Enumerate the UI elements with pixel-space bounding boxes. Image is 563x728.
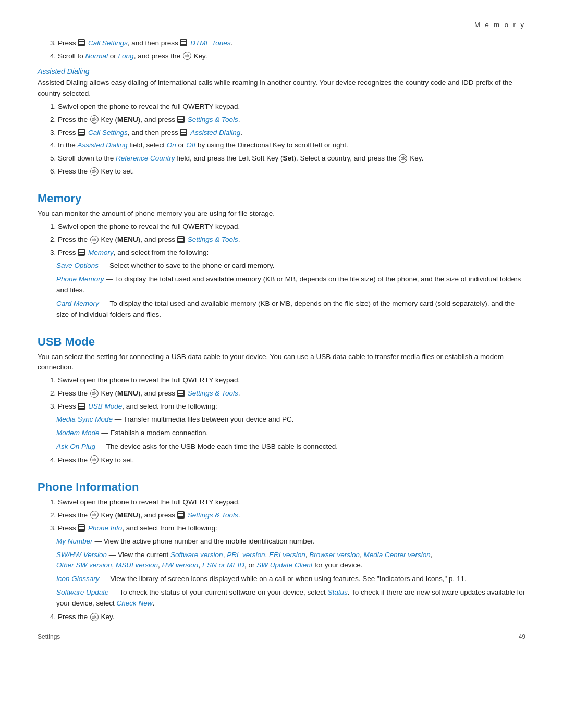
mem-sub-phone: Phone Memory — To display the total used…	[56, 274, 525, 296]
ok-key-ad-2: ok	[90, 115, 99, 124]
intro-item-4: Scroll to Normal or Long, and press the …	[50, 51, 525, 62]
link-eri-version: ERI version	[269, 551, 305, 559]
phone-information-section: Phone Information Swivel open the phone …	[38, 480, 525, 623]
pi-sub-mynumber: My Number — View the active phone number…	[56, 536, 525, 547]
memory-heading: Memory	[38, 192, 525, 205]
ad-step-1: Swivel open the phone to reveal the full…	[50, 102, 525, 113]
pi-step-4: Press the ok Key.	[50, 612, 525, 623]
link-settings-tools-usb: Settings & Tools	[188, 389, 238, 397]
ok-key-mem-2: ok	[90, 236, 99, 244]
link-settings-tools-mem: Settings & Tools	[188, 236, 238, 243]
link-phone-memory: Phone Memory	[56, 275, 104, 283]
assisted-dialing-heading: Assisted Dialing	[38, 67, 525, 76]
mem-step-3: Press Memory, and select from the follow…	[50, 248, 525, 258]
intro-section: Press Call Settings, and then press DTMF…	[38, 38, 525, 62]
menu-icon-ad-3	[78, 129, 85, 136]
ad-step-4: In the Assisted Dialing field, select On…	[50, 140, 525, 151]
link-on: On	[167, 141, 176, 149]
menu-icon-pi-2	[177, 511, 185, 519]
usb-step-2: Press the ok Key (MENU), and press Setti…	[50, 388, 525, 399]
assisted-dialing-body: Assisted Dialing allows easy dialing of …	[38, 78, 525, 100]
pi-step-1: Swivel open the phone to reveal the full…	[50, 497, 525, 508]
pi-sub-icon-glossary: Icon Glossary — View the library of scre…	[56, 574, 525, 585]
ok-key-ad-6: ok	[90, 167, 99, 176]
menu-label-usb-2: MENU	[117, 389, 138, 397]
link-check-new: Check New	[117, 599, 153, 607]
menu-icon-pi-3	[78, 524, 85, 532]
menu-icon-mem-3	[78, 249, 85, 256]
link-assisted-dialing-field: Assisted Dialing	[78, 141, 128, 149]
usb-sub-modem: Modem Mode — Establish a modem connectio…	[56, 428, 525, 439]
link-long: Long	[118, 52, 134, 60]
link-media-center-version: Media Center version	[364, 551, 431, 559]
link-swhw-version: SW/HW Version	[56, 551, 107, 559]
link-call-settings-ad: Call Settings	[88, 129, 128, 137]
page-header: M e m o r y	[38, 21, 525, 29]
page: M e m o r y Press Call Settings, and the…	[0, 0, 563, 656]
link-prl-version: PRL version	[227, 551, 265, 559]
usb-sub-ask: Ask On Plug — The device asks for the US…	[56, 441, 525, 452]
usb-mode-heading: USB Mode	[38, 335, 525, 349]
menu-icon-ad-3b	[180, 129, 187, 136]
link-modem-mode: Modem Mode	[56, 429, 100, 437]
ok-key-usb-4: ok	[90, 455, 99, 464]
link-browser-version: Browser version	[309, 551, 360, 559]
memory-section: Memory You can monitor the amount of pho…	[38, 192, 525, 320]
menu-icon-usb-2	[177, 390, 185, 397]
menu-icon-mem-2	[177, 236, 185, 243]
menu-label-mem-2: MENU	[117, 236, 138, 243]
pi-step-3: Press Phone Info, and select from the fo…	[50, 523, 525, 534]
mem-step-1: Swivel open the phone to reveal the full…	[50, 221, 525, 232]
usb-mode-body: You can select the setting for connectin…	[38, 352, 525, 374]
link-hw-version: HW version	[162, 561, 199, 569]
usb-step-4: Press the ok Key to set.	[50, 455, 525, 466]
ad-step-2: Press the ok Key (MENU), and press Setti…	[50, 115, 525, 126]
link-save-options: Save Options	[56, 262, 99, 269]
assisted-dialing-section: Assisted Dialing Assisted Dialing allows…	[38, 67, 525, 177]
link-off: Off	[186, 141, 195, 149]
usb-step-3: Press USB Mode, and select from the foll…	[50, 401, 525, 412]
link-normal: Normal	[85, 52, 108, 60]
link-card-memory: Card Memory	[56, 300, 99, 307]
link-software-update: Software Update	[56, 588, 109, 596]
ok-key-ad-5: ok	[399, 154, 407, 163]
link-memory: Memory	[88, 249, 114, 256]
link-ask-on-plug: Ask On Plug	[56, 442, 95, 450]
link-dtmf-tones: DTMF Tones	[190, 39, 230, 47]
link-my-number: My Number	[56, 537, 93, 545]
usb-step-1: Swivel open the phone to reveal the full…	[50, 375, 525, 386]
footer-right: 49	[519, 633, 525, 640]
link-software-version: Software version	[170, 551, 223, 559]
link-sw-update-client: SW Update Client	[256, 561, 312, 569]
usb-mode-section: USB Mode You can select the setting for …	[38, 335, 525, 466]
mem-step-2: Press the ok Key (MENU), and press Setti…	[50, 235, 525, 245]
set-label: Set	[283, 154, 294, 162]
ok-key-pi-2: ok	[90, 511, 99, 519]
link-status: Status	[328, 588, 348, 596]
footer-left: Settings	[38, 633, 60, 640]
link-esn-meid: ESN or MEID	[202, 561, 244, 569]
phone-information-heading: Phone Information	[38, 480, 525, 494]
menu-icon-usb-3	[78, 403, 85, 410]
ad-step-5: Scroll down to the Reference Country fie…	[50, 153, 525, 164]
link-settings-tools-ad: Settings & Tools	[188, 116, 238, 124]
intro-item-3: Press Call Settings, and then press DTMF…	[50, 38, 525, 49]
link-call-settings: Call Settings	[88, 39, 128, 47]
mem-sub-card: Card Memory — To display the total used …	[56, 299, 525, 320]
mem-sub-save: Save Options — Select whether to save to…	[56, 261, 525, 272]
memory-body: You can monitor the amount of phone memo…	[38, 208, 525, 219]
menu-icon-ad-2	[177, 116, 185, 123]
link-other-sw-version: Other SW version	[56, 561, 112, 569]
ad-step-3: Press Call Settings, and then press Assi…	[50, 128, 525, 139]
link-msui-version: MSUI version	[116, 561, 158, 569]
ok-key-pi-4: ok	[90, 613, 99, 621]
link-phone-info: Phone Info	[88, 524, 122, 532]
link-assisted-dialing-ad: Assisted Dialing	[190, 129, 240, 137]
link-media-sync: Media Sync Mode	[56, 415, 113, 423]
link-icon-glossary: Icon Glossary	[56, 575, 100, 583]
menu-icon-dtmf	[180, 39, 187, 46]
link-usb-mode: USB Mode	[88, 402, 122, 410]
ok-key-usb-2: ok	[90, 389, 99, 398]
pi-step-2: Press the ok Key (MENU), and press Setti…	[50, 510, 525, 521]
link-reference-country: Reference Country	[116, 154, 175, 162]
